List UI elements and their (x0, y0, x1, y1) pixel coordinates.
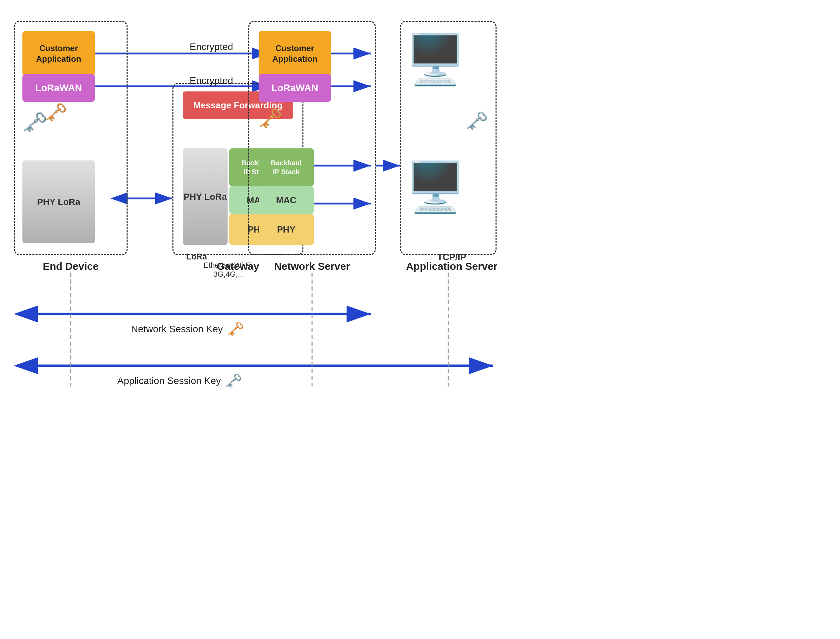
monitor-bottom-icon: 🖥️ (405, 159, 466, 216)
network-server-label: Network Server (248, 261, 376, 272)
encrypted-bottom-label: Encrypted (190, 75, 233, 86)
application-session-key-icon: 🗝️ (225, 373, 242, 389)
ns-phy: PHY (258, 214, 314, 245)
end-device-phy-lora: PHY LoRa (22, 161, 95, 243)
encrypted-top-label: Encrypted (190, 41, 233, 52)
gateway-phy-lora: PHY LoRa (183, 148, 228, 245)
monitor-top-icon: 🖥️ (405, 31, 466, 88)
ns-connection-label: Ethernet,Wi-Fi, 3G,4G,... (203, 252, 254, 279)
network-session-key-icon: 🗝️ (227, 321, 244, 337)
ns-customer-app: Customer Application (258, 31, 331, 76)
diagram: Customer Application LoRaWAN 🗝️ 🗝️ PHY L… (0, 0, 840, 639)
end-device-lorawan: LoRaWAN (22, 74, 95, 102)
green-key-end-device: 🗝️ (22, 110, 47, 134)
green-key-as: 🗝️ (466, 110, 488, 132)
app-server-label: Application Server (379, 261, 524, 272)
end-device-customer-app: Customer Application (22, 31, 95, 76)
end-device-label: End Device (14, 261, 128, 272)
ns-backhaul: Backhaul IP Stack (258, 148, 314, 186)
ns-lorawan: LoRaWAN (258, 74, 331, 102)
blue-key-end-device: 🗝️ (45, 102, 67, 123)
ns-mac: MAC (258, 186, 314, 214)
blue-key-ns: 🗝️ (258, 107, 283, 130)
network-session-key-label: Network Session Key 🗝️ (131, 321, 338, 337)
application-session-key-label: Application Session Key 🗝️ (117, 373, 345, 389)
